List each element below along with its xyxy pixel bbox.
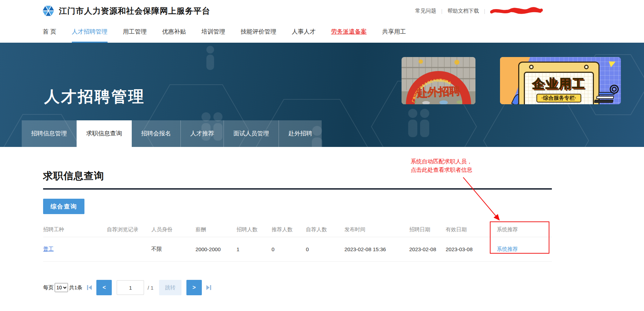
nav-item-home[interactable]: 首 页	[43, 22, 56, 43]
nav-item-shared-employment[interactable]: 共享用工	[382, 22, 406, 43]
cell-recommend-count: 0	[272, 246, 306, 252]
cell-recruit-date: 2023-02-08	[409, 246, 446, 252]
nav-item-hr[interactable]: 人事人才	[292, 22, 316, 43]
site-title: 江门市人力资源和社会保障网上服务平台	[59, 6, 210, 16]
hero-banner: 人才招聘管理 广东江门市知名企业赴外校园招聘会	[0, 43, 644, 147]
sign-board: 企业用工 ·综合服务专栏·	[518, 62, 600, 104]
outbound-recruitment-banner[interactable]: 广东江门市知名企业赴外校园招聘会 赴外招聘	[402, 57, 475, 104]
last-page-icon[interactable]	[206, 284, 212, 291]
per-page-label: 每页	[43, 284, 54, 291]
next-page-button[interactable]: >	[186, 280, 202, 295]
subtab-interviewee-management[interactable]: 面试人员管理	[224, 120, 279, 147]
screw-decoration	[584, 65, 589, 69]
page-total-label: / 1	[148, 285, 153, 291]
main-nav: 首 页 人才招聘管理 用工管理 优惠补贴 培训管理 技能评价管理 人事人才 劳务…	[0, 22, 644, 43]
nav-item-subsidy[interactable]: 优惠补贴	[162, 22, 186, 43]
nav-item-training[interactable]: 培训管理	[201, 22, 225, 43]
col-job-type: 招聘工种	[43, 226, 107, 233]
subtab-bar: 招聘信息管理 求职信息查询 招聘会报名 人才推荐 面试人员管理 赴外招聘	[22, 120, 322, 147]
divider: |	[441, 8, 443, 14]
cell-publish-time: 2023-02-08 15:36	[344, 246, 409, 252]
first-page-icon[interactable]	[86, 284, 93, 291]
faq-link[interactable]: 常见问题	[415, 8, 436, 14]
nav-item-employment[interactable]: 用工管理	[123, 22, 147, 43]
per-page-select[interactable]: 10	[55, 283, 68, 292]
banner-title: 企业用工	[525, 76, 593, 92]
col-recruit-count: 招聘人数	[237, 226, 272, 233]
header-links: 常见问题 | 帮助文档下载 |	[415, 0, 543, 22]
col-recommend-count: 推荐人数	[272, 226, 306, 233]
subtab-recruitment-info[interactable]: 招聘信息管理	[22, 120, 77, 147]
heading-rule	[43, 188, 552, 190]
annotation-text: 系统自动匹配求职人员， 点击此处查看求职者信息	[411, 157, 472, 174]
logo-icon	[42, 5, 55, 17]
prev-page-button[interactable]: <	[96, 280, 112, 295]
page-number-input[interactable]	[117, 280, 144, 295]
col-self-count: 自荐人数	[306, 226, 344, 233]
redaction-scribble	[490, 6, 543, 15]
books-decoration	[594, 92, 615, 103]
screw-decoration	[529, 65, 534, 69]
system-recommend-link[interactable]: 系统推荐	[497, 246, 518, 252]
job-type-link[interactable]: 普工	[43, 246, 54, 252]
col-system-recommend: 系统推荐	[497, 226, 552, 233]
page-title: 求职信息查询	[43, 169, 644, 183]
cell-recruit-count: 1	[237, 246, 272, 252]
subtab-job-fair-signup[interactable]: 招聘会报名	[132, 120, 181, 147]
nav-item-talent-recruitment[interactable]: 人才招聘管理	[72, 22, 108, 43]
help-doc-download-link[interactable]: 帮助文档下载	[447, 8, 479, 14]
subtab-talent-recommend[interactable]: 人才推荐	[181, 120, 224, 147]
cell-self-count: 0	[306, 246, 344, 252]
paper-plane-icon	[609, 59, 617, 67]
site-header: 江门市人力资源和社会保障网上服务平台 常见问题 | 帮助文档下载 |	[0, 0, 644, 22]
job-seeker-table: 招聘工种 自荐浏览记录 人员身份 薪酬 招聘人数 推荐人数 自荐人数 发布时间 …	[43, 222, 552, 262]
nav-item-labor-dispatch[interactable]: 劳务派遣备案	[331, 22, 367, 43]
col-identity: 人员身份	[151, 226, 196, 233]
cell-valid-date: 2023-03-08	[446, 246, 497, 252]
jump-button[interactable]: 跳转	[159, 280, 181, 295]
col-recruit-date: 招聘日期	[409, 226, 446, 233]
table-header-row: 招聘工种 自荐浏览记录 人员身份 薪酬 招聘人数 推荐人数 自荐人数 发布时间 …	[43, 222, 552, 237]
banner-subtitle: ·综合服务专栏·	[536, 94, 581, 103]
subtab-outbound-recruitment[interactable]: 赴外招聘	[279, 120, 322, 147]
banner-caption: 赴外招聘	[416, 85, 461, 99]
table-row: 普工 不限 2000-2000 1 0 0 2023-02-08 15:36 2…	[43, 237, 552, 262]
hero-title: 人才招聘管理	[44, 86, 145, 107]
comprehensive-query-button[interactable]: 综合查询	[43, 199, 84, 214]
divider: |	[484, 8, 485, 14]
nav-item-skill-evaluation[interactable]: 技能评价管理	[241, 22, 276, 43]
col-publish-time: 发布时间	[344, 226, 409, 233]
main-content: 求职信息查询 综合查询 招聘工种 自荐浏览记录 人员身份 薪酬 招聘人数 推荐人…	[0, 169, 644, 295]
subtab-job-seeker-query[interactable]: 求职信息查询	[77, 120, 132, 147]
annotation-line-1: 系统自动匹配求职人员，	[411, 157, 472, 166]
pagination-bar: 每页 10 共1条 < / 1 跳转 >	[43, 280, 644, 295]
spiral-decoration	[610, 85, 619, 94]
col-salary: 薪酬	[196, 226, 237, 233]
enterprise-employment-banner[interactable]: 企业用工 ·综合服务专栏·	[500, 57, 621, 104]
cell-salary: 2000-2000	[196, 246, 237, 252]
col-valid-date: 有效日期	[446, 226, 497, 233]
cell-identity: 不限	[151, 246, 196, 253]
annotation-line-2: 点击此处查看求职者信息	[411, 166, 472, 174]
col-browse-record: 自荐浏览记录	[107, 226, 151, 233]
total-count-label: 共1条	[69, 284, 82, 291]
